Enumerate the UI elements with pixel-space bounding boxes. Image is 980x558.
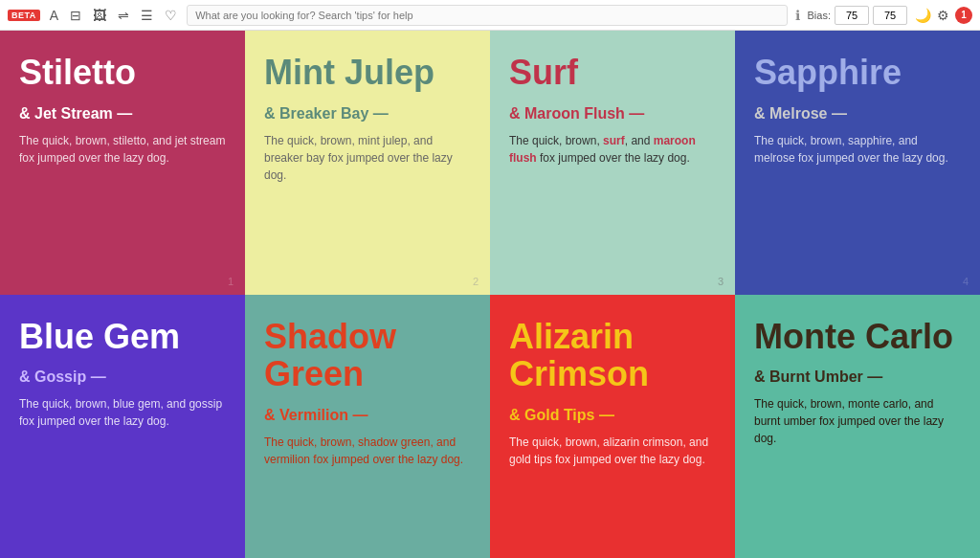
bias-label: Bias: bbox=[808, 10, 831, 21]
card-8-body: The quick, brown, monte carlo, and burnt… bbox=[754, 395, 961, 447]
bias-input-2[interactable] bbox=[873, 6, 907, 25]
card-3-title: Surf bbox=[509, 54, 716, 92]
card-5-subtitle: & Gossip — bbox=[19, 368, 226, 386]
settings-icon[interactable]: ⚙ bbox=[937, 8, 949, 23]
card-6-title: Shadow Green bbox=[264, 318, 471, 393]
card-1-body: The quick, brown, stiletto, and jet stre… bbox=[19, 132, 226, 167]
card-4-title: Sapphire bbox=[754, 54, 961, 92]
card-6-body: The quick, brown, shadow green, and verm… bbox=[264, 434, 471, 468]
highlight-surf: surf bbox=[603, 134, 625, 147]
card-blue-gem[interactable]: Blue Gem & Gossip — The quick, brown, bl… bbox=[0, 295, 245, 559]
card-sapphire[interactable]: Sapphire & Melrose — The quick, brown, s… bbox=[735, 31, 980, 295]
card-shadow-green[interactable]: Shadow Green & Vermilion — The quick, br… bbox=[245, 295, 490, 559]
right-icons: 🌙 ⚙ 1 bbox=[915, 7, 972, 24]
toolbar: BETA A ⊟ 🖼 ⇌ ☰ ♡ ℹ Bias: 🌙 ⚙ 1 bbox=[0, 0, 980, 31]
heart-icon[interactable]: ♡ bbox=[163, 6, 179, 25]
card-1-title: Stiletto bbox=[19, 54, 226, 92]
card-monte-carlo[interactable]: Monte Carlo & Burnt Umber — The quick, b… bbox=[735, 295, 980, 559]
card-7-subtitle: & Gold Tips — bbox=[509, 407, 716, 424]
card-surf[interactable]: Surf & Maroon Flush — The quick, brown, … bbox=[490, 31, 735, 295]
card-2-body: The quick, brown, mint julep, and breake… bbox=[264, 132, 471, 184]
card-4-body: The quick, brown, sapphire, and melrose … bbox=[754, 132, 961, 167]
card-5-body: The quick, brown, blue gem, and gossip f… bbox=[19, 395, 226, 430]
card-4-number: 4 bbox=[963, 276, 969, 287]
font-icon[interactable]: A bbox=[48, 6, 60, 25]
search-input[interactable] bbox=[187, 5, 787, 26]
card-grid: Stiletto & Jet Stream — The quick, brown… bbox=[0, 31, 980, 558]
card-8-subtitle: & Burnt Umber — bbox=[754, 368, 961, 386]
card-3-body: The quick, brown, surf, and maroon flush… bbox=[509, 132, 716, 167]
columns-icon[interactable]: ⊟ bbox=[68, 6, 83, 25]
list-icon[interactable]: ☰ bbox=[139, 6, 155, 25]
notification-badge[interactable]: 1 bbox=[955, 7, 972, 24]
card-3-number: 3 bbox=[718, 276, 724, 287]
card-stiletto[interactable]: Stiletto & Jet Stream — The quick, brown… bbox=[0, 31, 245, 295]
bias-section: Bias: bbox=[808, 6, 907, 25]
card-8-title: Monte Carlo bbox=[754, 318, 961, 356]
image-icon[interactable]: 🖼 bbox=[91, 6, 108, 25]
card-2-subtitle: & Breaker Bay — bbox=[264, 105, 471, 123]
info-icon[interactable]: ℹ bbox=[795, 8, 800, 23]
card-alizarin-crimson[interactable]: Alizarin Crimson & Gold Tips — The quick… bbox=[490, 295, 735, 559]
card-2-title: Mint Julep bbox=[264, 54, 471, 92]
dark-mode-icon[interactable]: 🌙 bbox=[915, 8, 931, 23]
card-mint-julep[interactable]: Mint Julep & Breaker Bay — The quick, br… bbox=[245, 31, 490, 295]
card-6-subtitle: & Vermilion — bbox=[264, 407, 471, 424]
card-1-number: 1 bbox=[228, 276, 234, 287]
card-3-subtitle: & Maroon Flush — bbox=[509, 105, 716, 123]
compare-icon[interactable]: ⇌ bbox=[116, 6, 131, 25]
card-5-title: Blue Gem bbox=[19, 318, 226, 356]
card-7-title: Alizarin Crimson bbox=[509, 318, 716, 393]
card-1-subtitle: & Jet Stream — bbox=[19, 105, 226, 123]
card-4-subtitle: & Melrose — bbox=[754, 105, 961, 123]
card-2-number: 2 bbox=[473, 276, 479, 287]
bias-input-1[interactable] bbox=[835, 6, 869, 25]
card-7-body: The quick, brown, alizarin crimson, and … bbox=[509, 434, 716, 468]
beta-badge: BETA bbox=[8, 10, 40, 21]
